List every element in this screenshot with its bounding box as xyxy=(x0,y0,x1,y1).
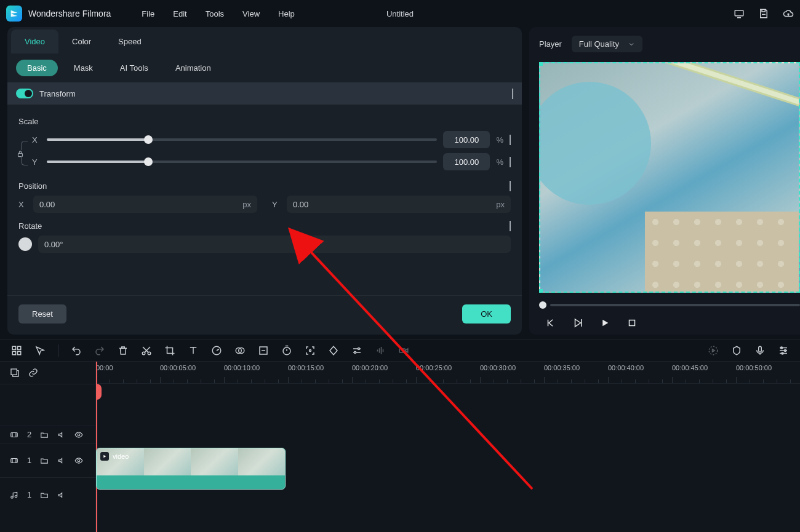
green-screen-icon[interactable] xyxy=(258,345,269,356)
subtab-ai-tools[interactable]: AI Tools xyxy=(109,60,159,76)
svg-rect-5 xyxy=(12,352,15,355)
timer-icon[interactable] xyxy=(281,345,292,356)
play-icon[interactable] xyxy=(599,317,610,328)
svg-point-29 xyxy=(15,495,17,498)
selection-handle[interactable] xyxy=(539,289,543,293)
position-label: Position xyxy=(18,181,47,191)
title-bar: Wondershare Filmora File Edit Tools View… xyxy=(0,0,800,27)
svg-point-28 xyxy=(11,496,14,498)
save-icon[interactable] xyxy=(758,8,769,19)
player-progress[interactable] xyxy=(539,301,800,309)
tab-speed[interactable]: Speed xyxy=(105,30,155,54)
cut-icon[interactable] xyxy=(141,345,152,356)
eye-icon[interactable] xyxy=(74,431,83,439)
render-icon[interactable] xyxy=(708,345,719,356)
menu-help[interactable]: Help xyxy=(278,9,295,18)
subtab-mask[interactable]: Mask xyxy=(63,60,104,76)
playhead[interactable] xyxy=(96,362,97,532)
property-tabs: Video Color Speed xyxy=(7,27,522,54)
play-step-icon[interactable] xyxy=(572,317,583,328)
delete-icon[interactable] xyxy=(118,345,129,356)
prev-frame-icon[interactable] xyxy=(545,317,556,328)
scale-x-value[interactable]: 100.00 xyxy=(443,131,490,148)
keyframe-tool-icon[interactable] xyxy=(328,345,339,356)
menu-view[interactable]: View xyxy=(242,9,260,18)
menu-tools[interactable]: Tools xyxy=(206,9,224,18)
subtab-basic[interactable]: Basic xyxy=(16,60,58,76)
mic-icon[interactable] xyxy=(754,345,766,356)
folder-icon[interactable] xyxy=(40,491,49,499)
scale-y-value[interactable]: 100.00 xyxy=(443,153,490,170)
stop-icon[interactable] xyxy=(626,317,638,328)
preview-viewport[interactable] xyxy=(539,62,800,293)
svg-rect-19 xyxy=(759,346,762,352)
ok-button[interactable]: OK xyxy=(462,304,511,324)
rotate-keyframe[interactable] xyxy=(510,221,511,231)
menu-edit[interactable]: Edit xyxy=(173,9,186,18)
lock-icon[interactable] xyxy=(16,149,25,158)
grid-icon[interactable] xyxy=(11,345,22,356)
tab-video[interactable]: Video xyxy=(11,30,58,54)
app-logo xyxy=(6,6,22,22)
svg-rect-6 xyxy=(18,352,21,355)
detect-icon[interactable] xyxy=(305,345,316,356)
scale-y-slider[interactable] xyxy=(47,161,437,163)
scale-lock-bracket xyxy=(18,141,28,165)
rotate-knob[interactable] xyxy=(18,237,32,251)
mute-icon[interactable] xyxy=(57,431,66,439)
scale-y-axis: Y xyxy=(32,157,41,167)
speed-ramp-icon[interactable] xyxy=(211,345,222,356)
transform-toggle[interactable] xyxy=(16,89,33,98)
menu-file[interactable]: File xyxy=(142,9,154,18)
timeline-tracks[interactable]: 00:00 00:00:05:00 00:00:10:00 00:00:15:0… xyxy=(96,362,800,532)
mute-icon[interactable] xyxy=(57,456,66,465)
transform-keyframe[interactable] xyxy=(512,89,513,98)
rotate-input[interactable]: 0.00° xyxy=(38,236,511,253)
document-title: Untitled xyxy=(386,9,414,18)
adjust-icon[interactable] xyxy=(351,345,362,356)
screen-icon[interactable] xyxy=(734,8,745,19)
crop-icon[interactable] xyxy=(164,345,175,356)
svg-point-15 xyxy=(358,348,360,350)
marker-icon[interactable] xyxy=(731,345,742,356)
tab-color[interactable]: Color xyxy=(58,30,105,54)
mixer-icon[interactable] xyxy=(778,345,789,356)
menu-bar: File Edit Tools View Help xyxy=(142,9,294,18)
redo-icon[interactable] xyxy=(94,345,105,356)
scale-x-keyframe[interactable] xyxy=(510,135,511,145)
record-block-icon[interactable] xyxy=(398,345,409,356)
quality-dropdown[interactable]: Full Quality xyxy=(572,36,642,52)
folder-icon[interactable] xyxy=(40,431,49,439)
cloud-upload-icon[interactable] xyxy=(783,8,794,19)
position-y-input[interactable]: 0.00px xyxy=(287,196,511,213)
timeline-toolbar xyxy=(0,339,800,362)
mute-icon[interactable] xyxy=(57,491,66,499)
position-x-input[interactable]: 0.00px xyxy=(33,196,257,213)
subtab-animation[interactable]: Animation xyxy=(164,60,222,76)
time-ruler[interactable]: 00:00 00:00:05:00 00:00:10:00 00:00:15:0… xyxy=(96,362,800,384)
svg-rect-0 xyxy=(735,10,743,16)
position-keyframe[interactable] xyxy=(510,181,511,191)
video-clip[interactable]: video xyxy=(96,448,286,490)
player-controls xyxy=(539,317,800,328)
selection-handle[interactable] xyxy=(539,62,543,66)
add-track-icon[interactable] xyxy=(10,368,20,378)
audio-track-icon xyxy=(10,491,18,499)
scale-y-keyframe[interactable] xyxy=(510,157,511,167)
scale-x-slider[interactable] xyxy=(47,138,437,141)
clip-play-icon xyxy=(100,452,109,461)
audio-tool-icon[interactable] xyxy=(375,345,386,356)
undo-icon[interactable] xyxy=(71,345,82,356)
folder-icon[interactable] xyxy=(40,456,49,465)
video-track-icon xyxy=(10,431,18,439)
svg-point-18 xyxy=(709,346,718,355)
eye-icon[interactable] xyxy=(74,456,83,465)
text-icon[interactable] xyxy=(188,345,199,356)
transform-header: Transform xyxy=(7,82,522,105)
cursor-icon[interactable] xyxy=(34,345,46,356)
svg-point-25 xyxy=(78,434,80,436)
reset-button[interactable]: Reset xyxy=(18,304,66,324)
color-match-icon[interactable] xyxy=(234,345,246,356)
rotate-label: Rotate xyxy=(18,221,42,231)
link-icon[interactable] xyxy=(28,368,38,378)
